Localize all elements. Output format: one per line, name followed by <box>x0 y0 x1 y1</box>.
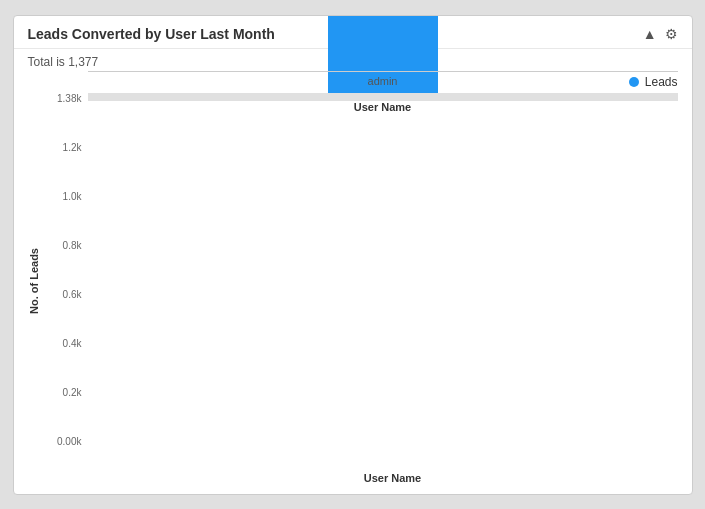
chart-area: Leads No. of Leads 1.38k 1.2k 1.0k 0.8k … <box>14 71 692 494</box>
header-icons: ▲ ⚙ <box>643 26 678 42</box>
y-axis: 1.38k 1.2k 1.0k 0.8k 0.6k 0.4k 0.2k 0.00… <box>46 93 88 470</box>
y-tick: 0.2k <box>63 387 82 398</box>
y-tick: 0.4k <box>63 338 82 349</box>
x-axis-area: admin <box>88 71 678 93</box>
y-axis-wrapper: No. of Leads 1.38k 1.2k 1.0k 0.8k 0.6k 0… <box>28 93 88 470</box>
chart-card: Leads Converted by User Last Month ▲ ⚙ T… <box>13 15 693 495</box>
collapse-icon[interactable]: ▲ <box>643 26 657 42</box>
y-tick: 0.8k <box>63 240 82 251</box>
chart-plot-wrapper: 1k admin User Name <box>88 93 678 470</box>
card-title: Leads Converted by User Last Month <box>28 26 275 42</box>
y-tick: 1.0k <box>63 191 82 202</box>
y-axis-label: No. of Leads <box>28 248 40 314</box>
y-tick: 1.38k <box>57 93 81 104</box>
x-axis-title-bottom: User Name <box>108 472 678 484</box>
y-tick: 0.6k <box>63 289 82 300</box>
x-axis-title: User Name <box>354 101 411 113</box>
settings-icon[interactable]: ⚙ <box>665 26 678 42</box>
chart-inner: No. of Leads 1.38k 1.2k 1.0k 0.8k 0.6k 0… <box>28 93 678 470</box>
y-tick: 0.00k <box>57 436 81 447</box>
y-tick: 1.2k <box>63 142 82 153</box>
x-tick-admin: admin <box>323 72 443 87</box>
